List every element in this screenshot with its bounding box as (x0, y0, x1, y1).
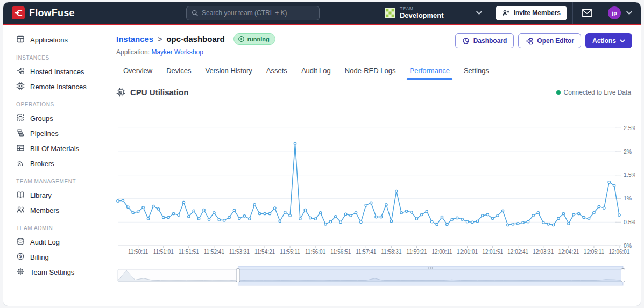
data-point (618, 214, 620, 216)
data-point (314, 218, 316, 220)
cpu-utilisation-chart: 0%0.5%1%1.5%2%2.5%11:50:1111:51:0111:51:… (111, 104, 641, 289)
data-point (400, 212, 402, 214)
data-point (193, 210, 195, 212)
data-point (178, 214, 180, 216)
data-point (395, 190, 398, 192)
sidebar-section-instances: INSTANCES (16, 55, 104, 61)
breadcrumb-separator: > (158, 35, 162, 44)
minimap-handle-left[interactable] (236, 269, 240, 282)
data-point (598, 205, 600, 207)
minimap-grip-icon[interactable] (432, 267, 433, 269)
sidebar-item-label: Applications (30, 36, 68, 44)
sidebar-item-remote-instances[interactable]: Remote Instances (3, 79, 104, 94)
tab-devices[interactable]: Devices (159, 63, 198, 80)
minimap-grip-icon[interactable] (430, 267, 431, 269)
data-point (147, 218, 149, 220)
breadcrumb-instances-link[interactable]: Instances (116, 34, 153, 44)
live-dot-icon (556, 90, 561, 95)
open-editor-button[interactable]: Open Editor (518, 33, 581, 48)
user-menu[interactable]: jp (607, 6, 633, 19)
data-point (142, 206, 144, 209)
dollar-circle-icon: $ (16, 252, 25, 262)
tab-node-red-logs[interactable]: Node-RED Logs (338, 63, 403, 80)
data-point (243, 215, 245, 217)
sidebar-section-operations: OPERATIONS (16, 102, 104, 108)
sidebar-item-audit-log[interactable]: Audit Log (3, 234, 104, 249)
data-point (233, 209, 235, 211)
data-point (431, 220, 433, 223)
search-input[interactable] (202, 9, 315, 17)
data-point (466, 220, 468, 223)
table-icon (16, 144, 25, 154)
data-point (274, 207, 276, 209)
sidebar-item-team-settings[interactable]: Team Settings (3, 264, 104, 280)
sidebar-item-library[interactable]: Library (3, 188, 104, 203)
status-badge-label: running (247, 36, 270, 42)
data-point (537, 212, 539, 214)
actions-button[interactable]: Actions (585, 33, 632, 48)
sidebar-item-brokers[interactable]: Brokers (3, 156, 104, 171)
minimap-grip-icon[interactable] (428, 267, 429, 269)
data-point (249, 218, 251, 220)
person-plus-icon (502, 9, 510, 17)
groups-icon (16, 113, 25, 124)
data-point (583, 216, 585, 218)
team-switcher[interactable]: TEAM: Development (383, 6, 484, 19)
instance-name: opc-dashboard (166, 34, 224, 44)
data-point (122, 199, 124, 202)
navbar-divider (377, 2, 377, 24)
data-point (491, 217, 493, 219)
data-point (441, 216, 443, 218)
tab-settings[interactable]: Settings (457, 63, 496, 80)
data-point (238, 217, 240, 219)
sidebar-item-label: Groups (30, 114, 53, 123)
chip-icon (16, 82, 25, 92)
tab-assets[interactable]: Assets (259, 63, 294, 80)
dashboard-button-label: Dashboard (473, 37, 507, 45)
sidebar-item-hosted-instances[interactable]: Hosted Instances (3, 64, 104, 79)
x-axis-label: 11:57:41 (356, 249, 377, 255)
sidebar-item-applications[interactable]: Applications (3, 32, 104, 47)
minimap-handle-right[interactable] (621, 269, 625, 282)
chevron-down-icon (476, 11, 482, 15)
envelope-icon (582, 9, 592, 17)
tab-version-history[interactable]: Version History (198, 63, 259, 80)
data-point (497, 214, 499, 217)
x-axis-label: 11:54:21 (254, 249, 275, 255)
data-point (167, 216, 169, 218)
sidebar-item-pipelines[interactable]: Pipelines (3, 126, 104, 141)
tab-overview[interactable]: Overview (116, 63, 159, 80)
notifications-button[interactable] (578, 8, 596, 18)
y-axis-label: 0% (624, 242, 632, 249)
data-point (188, 216, 190, 218)
sidebar-item-members[interactable]: Members (3, 203, 104, 218)
data-point (390, 220, 392, 222)
x-axis-label: 12:01:01 (457, 249, 478, 255)
data-point (568, 223, 570, 225)
invite-members-button[interactable]: Invite Members (496, 6, 567, 20)
sidebar-item-groups[interactable]: Groups (3, 111, 104, 126)
data-point (532, 214, 534, 217)
sidebar-item-billing[interactable]: $ Billing (3, 249, 104, 264)
data-point (117, 200, 119, 202)
flowfuse-logo[interactable]: FlowFuse (12, 6, 75, 19)
navbar-divider (601, 2, 601, 24)
live-status-label: Connected to Live Data (564, 89, 631, 96)
data-point (319, 212, 321, 214)
data-point (517, 223, 519, 225)
tab-bar: Overview Devices Version History Assets … (104, 63, 641, 80)
application-link[interactable]: Mayker Workshop (151, 48, 203, 56)
application-label: Application: (116, 48, 150, 56)
x-axis-label: 11:59:21 (406, 249, 427, 255)
tab-audit-log[interactable]: Audit Log (294, 63, 338, 80)
invite-members-label: Invite Members (514, 9, 561, 17)
sidebar-item-bill-of-materials[interactable]: Bill Of Materials (3, 141, 104, 156)
node-link-icon (16, 67, 25, 77)
dashboard-button[interactable]: Dashboard (455, 33, 514, 48)
data-point (350, 214, 352, 217)
tab-performance[interactable]: Performance (402, 63, 456, 80)
data-point (572, 213, 575, 216)
sidebar-item-label: Hosted Instances (30, 68, 84, 76)
data-point (451, 218, 453, 220)
x-axis-label: 12:02:41 (507, 249, 528, 255)
